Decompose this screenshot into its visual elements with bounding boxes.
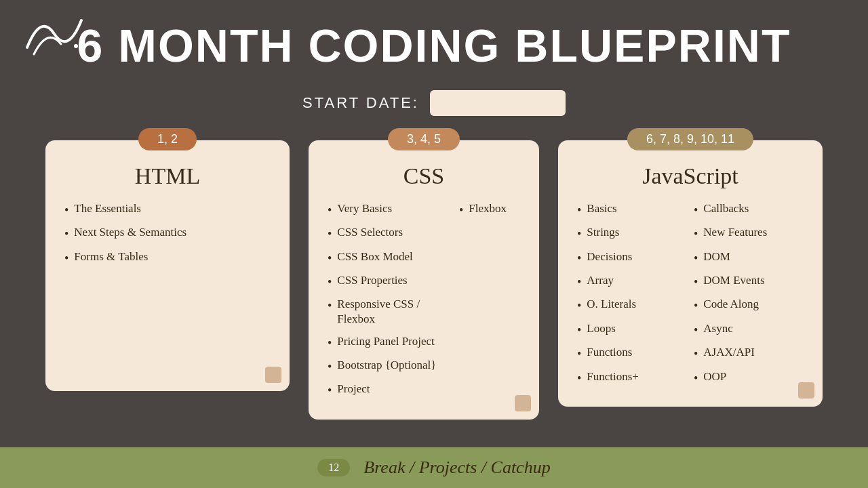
css-col-2: • Flexbox (459, 201, 520, 406)
start-date-input[interactable] (430, 90, 566, 116)
js-item-16: OOP (703, 369, 726, 384)
js-item-15: AJAX/API (703, 345, 755, 360)
list-item: • Functions (577, 345, 687, 362)
html-item-3: Forms & Tables (74, 249, 148, 264)
bullet-dot: • (694, 203, 698, 218)
list-item: • DOM Events (694, 273, 804, 290)
list-item: • Bootstrap {Optional} (328, 358, 452, 375)
html-card-title: HTML (64, 163, 271, 189)
js-item-3: Decisions (587, 249, 632, 264)
list-item: • Async (694, 321, 804, 338)
css-card-title: CSS (328, 163, 520, 189)
js-col-1: • Basics • Strings • Decisions • Array (577, 201, 687, 393)
list-item: • Decisions (577, 249, 687, 266)
css-item-7: Bootstrap {Optional} (337, 358, 436, 373)
bullet-dot: • (577, 346, 581, 362)
bullet-dot: • (328, 226, 332, 242)
css-badge: 3, 4, 5 (388, 128, 460, 150)
card-corner-decoration (265, 367, 281, 383)
js-item-2: Strings (587, 225, 619, 240)
css-card: 3, 4, 5 CSS • Very Basics • CSS Selector… (309, 140, 539, 420)
bullet-dot: • (694, 323, 698, 338)
svg-point-0 (74, 44, 78, 48)
bullet-dot: • (64, 203, 68, 218)
bottom-bar: 12 Break / Projects / Catchup (0, 447, 868, 488)
list-item: • The Essentials (64, 201, 271, 218)
list-item: • Next Steps & Semantics (64, 225, 271, 242)
list-item: • O. Literals (577, 297, 687, 314)
css-item-3: CSS Box Model (337, 249, 412, 264)
list-item: • AJAX/API (694, 345, 804, 362)
css-col-1: • Very Basics • CSS Selectors • CSS Box … (328, 201, 452, 406)
list-item: • Code Along (694, 297, 804, 314)
bullet-dot: • (694, 346, 698, 362)
list-item: • Functions+ (577, 369, 687, 386)
list-item: • Project (328, 382, 452, 399)
js-col-2: • Callbacks • New Features • DOM • DOM E… (694, 201, 804, 393)
list-item: • Very Basics (328, 201, 452, 218)
js-item-5: O. Literals (587, 297, 636, 312)
bullet-dot: • (694, 298, 698, 314)
bullet-dot: • (577, 226, 581, 242)
list-item: • Responsive CSS / Flexbox (328, 297, 452, 327)
list-item: • OOP (694, 369, 804, 386)
js-item-10: New Features (703, 225, 767, 240)
html-card-body: • The Essentials • Next Steps & Semantic… (64, 201, 271, 273)
css-item-1: Very Basics (337, 201, 392, 216)
bullet-dot: • (459, 203, 463, 218)
bullet-dot: • (64, 251, 68, 266)
css-item-6: Pricing Panel Project (337, 334, 435, 349)
bullet-dot: • (328, 274, 332, 290)
list-item: • New Features (694, 225, 804, 242)
list-item: • Loops (577, 321, 687, 338)
js-badge: 6, 7, 8, 9, 10, 11 (627, 128, 753, 150)
bullet-dot: • (577, 298, 581, 314)
bullet-dot: • (694, 371, 698, 386)
js-card-body: • Basics • Strings • Decisions • Array (577, 201, 804, 393)
cards-container: 1, 2 HTML • The Essentials • Next Steps … (18, 140, 850, 420)
bullet-dot: • (328, 251, 332, 266)
bullet-dot: • (577, 251, 581, 266)
css-item-5: Responsive CSS / Flexbox (337, 297, 452, 327)
js-card-title: JavaScript (577, 163, 804, 189)
list-item: • Flexbox (459, 201, 520, 218)
js-item-8: Functions+ (587, 369, 639, 384)
list-item: • DOM (694, 249, 804, 266)
js-item-11: DOM (703, 249, 730, 264)
page-wrapper: 6 MONTH CODING BLUEPRINT START DATE: 1, … (0, 0, 868, 488)
css-flexbox: Flexbox (469, 201, 507, 216)
css-item-2: CSS Selectors (337, 225, 403, 240)
bullet-dot: • (577, 323, 581, 338)
list-item: • Basics (577, 201, 687, 218)
list-item: • CSS Properties (328, 273, 452, 290)
list-item: • Pricing Panel Project (328, 334, 452, 351)
bottom-bar-text: Break / Projects / Catchup (363, 458, 550, 478)
bullet-dot: • (577, 371, 581, 386)
card-corner-decoration (515, 395, 531, 411)
js-item-6: Loops (587, 321, 616, 336)
js-item-14: Async (703, 321, 732, 336)
css-item-8: Project (337, 382, 370, 396)
card-corner-decoration (798, 382, 814, 399)
js-item-7: Functions (587, 345, 632, 360)
bullet-dot: • (577, 203, 581, 218)
html-item-2: Next Steps & Semantics (74, 225, 186, 240)
bullet-dot: • (694, 251, 698, 266)
js-item-13: Code Along (703, 297, 759, 312)
list-item: • CSS Box Model (328, 249, 452, 266)
squiggle-decoration (14, 7, 95, 61)
list-item: • Strings (577, 225, 687, 242)
js-item-1: Basics (587, 201, 616, 216)
main-title: 6 MONTH CODING BLUEPRINT (77, 20, 791, 71)
js-item-4: Array (587, 273, 614, 288)
html-badge: 1, 2 (138, 128, 197, 150)
list-item: • Forms & Tables (64, 249, 271, 266)
bullet-dot: • (328, 383, 332, 399)
bullet-dot: • (64, 226, 68, 242)
list-item: • CSS Selectors (328, 225, 452, 242)
html-col-1: • The Essentials • Next Steps & Semantic… (64, 201, 271, 273)
bullet-dot: • (694, 274, 698, 290)
html-card: 1, 2 HTML • The Essentials • Next Steps … (45, 140, 290, 391)
bullet-dot: • (577, 274, 581, 290)
list-item: • Callbacks (694, 201, 804, 218)
